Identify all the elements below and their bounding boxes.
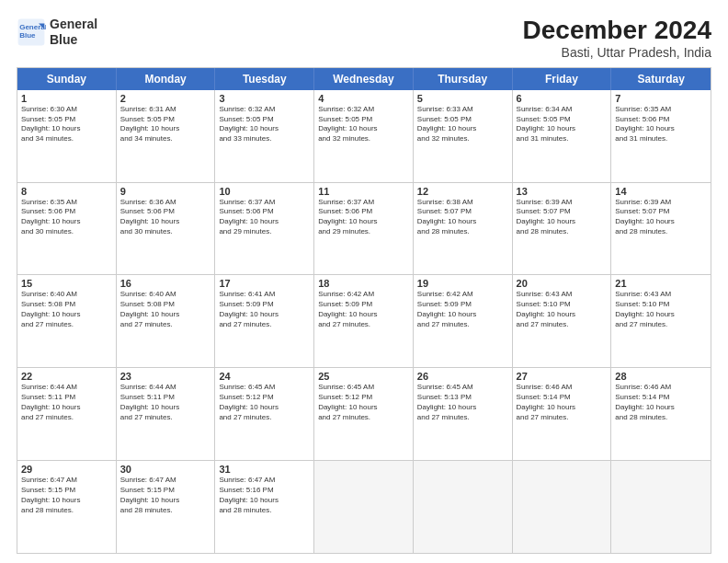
day-number: 26: [417, 371, 508, 382]
day-info: Sunrise: 6:32 AM Sunset: 5:05 PM Dayligh…: [219, 105, 310, 144]
day-info: Sunrise: 6:43 AM Sunset: 5:10 PM Dayligh…: [615, 290, 707, 329]
calendar-body: 1Sunrise: 6:30 AM Sunset: 5:05 PM Daylig…: [17, 90, 711, 553]
calendar-cell-3-5: 19Sunrise: 6:42 AM Sunset: 5:09 PM Dayli…: [414, 275, 513, 367]
day-number: 5: [417, 93, 508, 104]
svg-text:Blue: Blue: [19, 31, 36, 40]
day-info: Sunrise: 6:37 AM Sunset: 5:06 PM Dayligh…: [318, 198, 409, 237]
day-number: 9: [120, 186, 211, 197]
calendar-cell-3-6: 20Sunrise: 6:43 AM Sunset: 5:10 PM Dayli…: [513, 275, 612, 367]
calendar-cell-4-1: 22Sunrise: 6:44 AM Sunset: 5:11 PM Dayli…: [17, 368, 117, 460]
day-number: 28: [615, 371, 707, 382]
day-info: Sunrise: 6:34 AM Sunset: 5:05 PM Dayligh…: [517, 105, 608, 144]
calendar-cell-4-4: 25Sunrise: 6:45 AM Sunset: 5:12 PM Dayli…: [314, 368, 414, 460]
day-number: 2: [120, 93, 211, 104]
calendar-header: Sunday Monday Tuesday Wednesday Thursday…: [17, 68, 711, 90]
calendar-cell-2-5: 12Sunrise: 6:38 AM Sunset: 5:07 PM Dayli…: [414, 183, 513, 275]
day-number: 3: [219, 93, 310, 104]
subtitle: Basti, Uttar Pradesh, India: [523, 45, 711, 60]
calendar-cell-1-3: 3Sunrise: 6:32 AM Sunset: 5:05 PM Daylig…: [215, 90, 314, 182]
day-info: Sunrise: 6:44 AM Sunset: 5:11 PM Dayligh…: [120, 383, 211, 422]
calendar-week-2: 8Sunrise: 6:35 AM Sunset: 5:06 PM Daylig…: [17, 182, 711, 275]
day-info: Sunrise: 6:42 AM Sunset: 5:09 PM Dayligh…: [318, 290, 409, 329]
day-info: Sunrise: 6:45 AM Sunset: 5:12 PM Dayligh…: [318, 383, 409, 422]
header: General Blue General Blue December 2024 …: [17, 17, 711, 60]
calendar-cell-1-4: 4Sunrise: 6:32 AM Sunset: 5:05 PM Daylig…: [314, 90, 414, 182]
logo-text-line2: Blue: [50, 32, 97, 48]
day-number: 29: [21, 464, 112, 475]
day-info: Sunrise: 6:38 AM Sunset: 5:07 PM Dayligh…: [417, 198, 508, 237]
day-info: Sunrise: 6:47 AM Sunset: 5:15 PM Dayligh…: [21, 476, 112, 515]
day-info: Sunrise: 6:44 AM Sunset: 5:11 PM Dayligh…: [21, 383, 112, 422]
calendar-cell-2-1: 8Sunrise: 6:35 AM Sunset: 5:06 PM Daylig…: [17, 183, 117, 275]
day-number: 15: [21, 278, 112, 289]
calendar-week-3: 15Sunrise: 6:40 AM Sunset: 5:08 PM Dayli…: [17, 274, 711, 367]
day-info: Sunrise: 6:43 AM Sunset: 5:10 PM Dayligh…: [517, 290, 608, 329]
logo-icon: General Blue: [17, 17, 46, 47]
calendar-cell-5-1: 29Sunrise: 6:47 AM Sunset: 5:15 PM Dayli…: [17, 461, 117, 553]
day-number: 12: [417, 186, 508, 197]
day-info: Sunrise: 6:46 AM Sunset: 5:14 PM Dayligh…: [615, 383, 707, 422]
day-info: Sunrise: 6:33 AM Sunset: 5:05 PM Dayligh…: [417, 105, 508, 144]
calendar-cell-4-6: 27Sunrise: 6:46 AM Sunset: 5:14 PM Dayli…: [513, 368, 612, 460]
calendar-cell-5-2: 30Sunrise: 6:47 AM Sunset: 5:15 PM Dayli…: [117, 461, 216, 553]
header-friday: Friday: [513, 68, 612, 90]
day-number: 6: [517, 93, 608, 104]
page: General Blue General Blue December 2024 …: [0, 0, 728, 563]
day-number: 11: [318, 186, 409, 197]
calendar-cell-5-3: 31Sunrise: 6:47 AM Sunset: 5:16 PM Dayli…: [215, 461, 314, 553]
header-thursday: Thursday: [414, 68, 513, 90]
calendar-cell-3-1: 15Sunrise: 6:40 AM Sunset: 5:08 PM Dayli…: [17, 275, 117, 367]
day-number: 4: [318, 93, 409, 104]
calendar-cell-2-4: 11Sunrise: 6:37 AM Sunset: 5:06 PM Dayli…: [314, 183, 414, 275]
day-number: 25: [318, 371, 409, 382]
day-info: Sunrise: 6:35 AM Sunset: 5:06 PM Dayligh…: [21, 198, 112, 237]
day-number: 27: [517, 371, 608, 382]
day-number: 17: [219, 278, 310, 289]
calendar-cell-2-3: 10Sunrise: 6:37 AM Sunset: 5:06 PM Dayli…: [215, 183, 314, 275]
day-info: Sunrise: 6:35 AM Sunset: 5:06 PM Dayligh…: [615, 105, 707, 144]
day-number: 20: [517, 278, 608, 289]
calendar-cell-1-5: 5Sunrise: 6:33 AM Sunset: 5:05 PM Daylig…: [414, 90, 513, 182]
main-title: December 2024: [523, 17, 711, 45]
calendar-cell-1-2: 2Sunrise: 6:31 AM Sunset: 5:05 PM Daylig…: [117, 90, 216, 182]
calendar-cell-4-5: 26Sunrise: 6:45 AM Sunset: 5:13 PM Dayli…: [414, 368, 513, 460]
header-tuesday: Tuesday: [215, 68, 314, 90]
header-saturday: Saturday: [611, 68, 711, 90]
header-wednesday: Wednesday: [314, 68, 414, 90]
day-number: 24: [219, 371, 310, 382]
logo-text-line1: General: [50, 17, 97, 32]
day-info: Sunrise: 6:40 AM Sunset: 5:08 PM Dayligh…: [120, 290, 211, 329]
calendar-cell-3-2: 16Sunrise: 6:40 AM Sunset: 5:08 PM Dayli…: [117, 275, 216, 367]
day-number: 16: [120, 278, 211, 289]
title-block: December 2024 Basti, Uttar Pradesh, Indi…: [523, 17, 711, 60]
day-number: 31: [219, 464, 310, 475]
header-sunday: Sunday: [17, 68, 117, 90]
day-info: Sunrise: 6:39 AM Sunset: 5:07 PM Dayligh…: [517, 198, 608, 237]
calendar-cell-5-6: [513, 461, 612, 553]
day-number: 23: [120, 371, 211, 382]
day-info: Sunrise: 6:40 AM Sunset: 5:08 PM Dayligh…: [21, 290, 112, 329]
day-number: 18: [318, 278, 409, 289]
day-info: Sunrise: 6:47 AM Sunset: 5:15 PM Dayligh…: [120, 476, 211, 515]
day-info: Sunrise: 6:47 AM Sunset: 5:16 PM Dayligh…: [219, 476, 310, 515]
calendar-cell-5-4: [314, 461, 414, 553]
header-monday: Monday: [117, 68, 216, 90]
day-info: Sunrise: 6:45 AM Sunset: 5:12 PM Dayligh…: [219, 383, 310, 422]
day-info: Sunrise: 6:45 AM Sunset: 5:13 PM Dayligh…: [417, 383, 508, 422]
calendar-cell-1-1: 1Sunrise: 6:30 AM Sunset: 5:05 PM Daylig…: [17, 90, 117, 182]
calendar-cell-2-7: 14Sunrise: 6:39 AM Sunset: 5:07 PM Dayli…: [611, 183, 711, 275]
calendar-cell-2-2: 9Sunrise: 6:36 AM Sunset: 5:06 PM Daylig…: [117, 183, 216, 275]
calendar-cell-1-6: 6Sunrise: 6:34 AM Sunset: 5:05 PM Daylig…: [513, 90, 612, 182]
logo: General Blue General Blue: [17, 17, 97, 48]
calendar-cell-3-7: 21Sunrise: 6:43 AM Sunset: 5:10 PM Dayli…: [611, 275, 711, 367]
calendar-cell-2-6: 13Sunrise: 6:39 AM Sunset: 5:07 PM Dayli…: [513, 183, 612, 275]
calendar-cell-1-7: 7Sunrise: 6:35 AM Sunset: 5:06 PM Daylig…: [611, 90, 711, 182]
calendar-week-4: 22Sunrise: 6:44 AM Sunset: 5:11 PM Dayli…: [17, 367, 711, 460]
day-info: Sunrise: 6:39 AM Sunset: 5:07 PM Dayligh…: [615, 198, 707, 237]
day-number: 30: [120, 464, 211, 475]
day-number: 7: [615, 93, 707, 104]
day-info: Sunrise: 6:41 AM Sunset: 5:09 PM Dayligh…: [219, 290, 310, 329]
day-number: 14: [615, 186, 707, 197]
day-info: Sunrise: 6:37 AM Sunset: 5:06 PM Dayligh…: [219, 198, 310, 237]
day-number: 22: [21, 371, 112, 382]
